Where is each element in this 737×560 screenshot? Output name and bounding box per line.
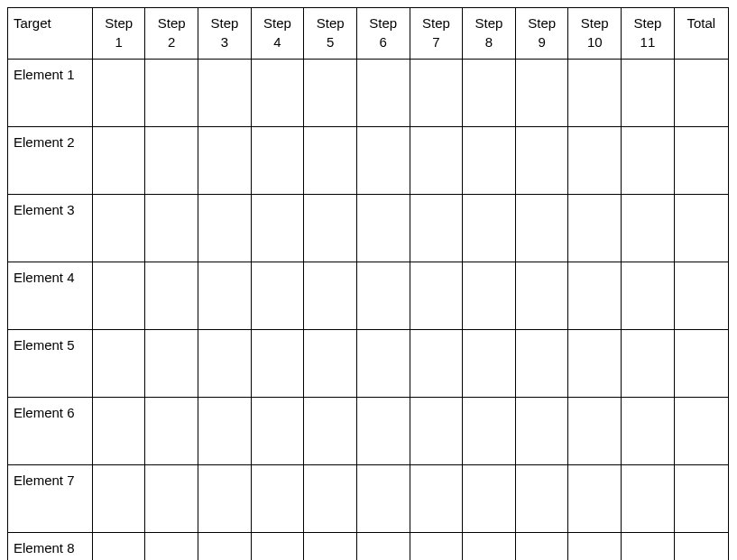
cell xyxy=(304,262,357,330)
cell xyxy=(463,195,516,262)
cell xyxy=(92,465,145,533)
cell xyxy=(515,533,568,561)
row-label: Element 2 xyxy=(8,127,93,195)
cell xyxy=(356,262,410,330)
cell xyxy=(145,330,198,398)
table-row: Element 3 xyxy=(8,195,729,262)
cell xyxy=(410,127,463,195)
cell xyxy=(198,465,252,533)
cell xyxy=(674,60,728,127)
cell xyxy=(568,398,622,465)
step-number: 3 xyxy=(204,32,245,51)
cell xyxy=(145,533,198,561)
row-label: Element 4 xyxy=(8,262,93,330)
row-label: Element 5 xyxy=(8,330,93,398)
cell xyxy=(515,262,568,330)
step-number: 5 xyxy=(309,32,351,51)
header-step-6: Step6 xyxy=(356,8,410,60)
table-row: Element 4 xyxy=(8,262,729,330)
table-row: Element 8 xyxy=(8,533,729,561)
table-row: Element 6 xyxy=(8,398,729,465)
cell xyxy=(463,533,516,561)
cell xyxy=(92,127,145,195)
header-step-11: Step11 xyxy=(622,8,675,60)
cell xyxy=(622,195,675,262)
step-label: Step xyxy=(204,14,245,32)
cell xyxy=(410,330,463,398)
cell xyxy=(515,127,568,195)
cell xyxy=(304,465,357,533)
cell xyxy=(622,398,675,465)
cell xyxy=(515,465,568,533)
cell xyxy=(622,330,675,398)
cell xyxy=(198,262,252,330)
step-label: Step xyxy=(627,14,668,32)
cell xyxy=(674,127,728,195)
cell xyxy=(515,195,568,262)
step-label: Step xyxy=(98,14,140,32)
cell xyxy=(674,262,728,330)
cell xyxy=(622,60,675,127)
cell xyxy=(198,398,252,465)
header-step-7: Step7 xyxy=(410,8,463,60)
cell xyxy=(410,262,463,330)
step-label: Step xyxy=(416,14,457,32)
cell xyxy=(356,533,410,561)
table-row: Element 1 xyxy=(8,60,729,127)
cell xyxy=(463,127,516,195)
cell xyxy=(145,262,198,330)
cell xyxy=(622,262,675,330)
step-number: 2 xyxy=(151,32,192,51)
cell xyxy=(92,330,145,398)
cell xyxy=(356,330,410,398)
cell xyxy=(251,533,304,561)
cell xyxy=(568,127,622,195)
cell xyxy=(410,195,463,262)
cell xyxy=(304,195,357,262)
cell xyxy=(145,195,198,262)
cell xyxy=(304,60,357,127)
cell xyxy=(622,465,675,533)
cell xyxy=(251,398,304,465)
step-number: 1 xyxy=(98,32,140,51)
cell xyxy=(674,398,728,465)
cell xyxy=(410,465,463,533)
cell xyxy=(304,398,357,465)
cell xyxy=(198,127,252,195)
cell xyxy=(304,330,357,398)
cell xyxy=(251,127,304,195)
cell xyxy=(92,195,145,262)
cell xyxy=(410,533,463,561)
step-number: 8 xyxy=(468,32,510,51)
header-row: Target Step1 Step2 Step3 Step4 Step5 Ste… xyxy=(8,8,729,60)
cell xyxy=(356,127,410,195)
step-label: Step xyxy=(151,14,192,32)
cell xyxy=(515,398,568,465)
header-step-1: Step1 xyxy=(92,8,145,60)
row-label: Element 6 xyxy=(8,398,93,465)
step-label: Step xyxy=(363,14,404,32)
cell xyxy=(145,127,198,195)
cell xyxy=(568,60,622,127)
cell xyxy=(674,533,728,561)
step-label: Step xyxy=(468,14,510,32)
cell xyxy=(356,465,410,533)
header-step-10: Step10 xyxy=(568,8,622,60)
header-step-3: Step3 xyxy=(198,8,252,60)
step-label: Step xyxy=(309,14,351,32)
step-number: 10 xyxy=(574,32,615,51)
cell xyxy=(463,465,516,533)
cell xyxy=(356,195,410,262)
cell xyxy=(568,330,622,398)
cell xyxy=(198,60,252,127)
step-number: 6 xyxy=(363,32,404,51)
header-step-4: Step4 xyxy=(251,8,304,60)
cell xyxy=(251,195,304,262)
row-label: Element 1 xyxy=(8,60,93,127)
cell xyxy=(463,60,516,127)
step-number: 7 xyxy=(416,32,457,51)
cell xyxy=(568,465,622,533)
table-row: Element 7 xyxy=(8,465,729,533)
header-step-8: Step8 xyxy=(463,8,516,60)
header-step-2: Step2 xyxy=(145,8,198,60)
